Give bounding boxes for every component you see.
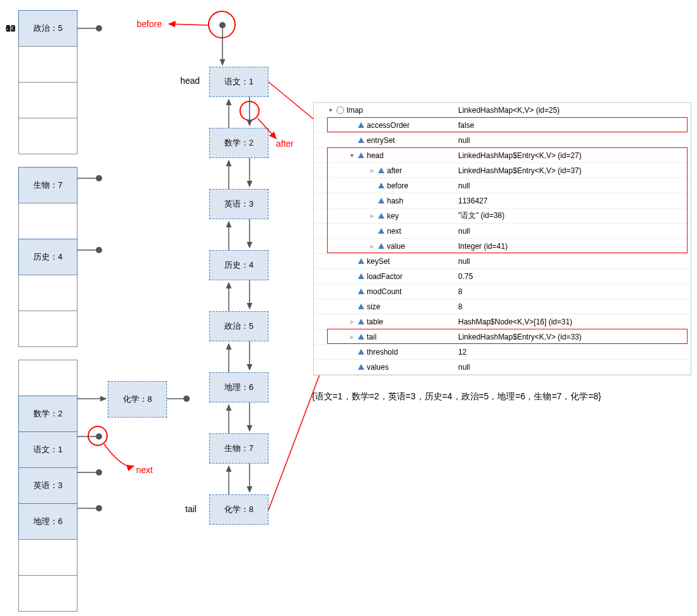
hash-slot-12: 英语：312 <box>18 467 78 504</box>
hash-slot-2 <box>18 82 78 118</box>
next-dot-chain <box>183 396 190 402</box>
inspector-row[interactable]: nextnull <box>314 224 691 239</box>
field-value: "语文" (id=38) <box>456 210 691 221</box>
field-name: keySet <box>367 257 390 266</box>
field-icon <box>358 304 364 309</box>
tail-label: tail <box>185 504 197 514</box>
hash-slot-6: 历史：46 <box>18 239 78 275</box>
next-dot-0 <box>96 25 102 31</box>
field-value: LinkedHashMap$Entry<K,V> (id=33) <box>456 333 691 341</box>
next-dot-12 <box>96 469 102 476</box>
svg-line-23 <box>169 24 208 25</box>
inspector-row[interactable]: loadFactor0.75 <box>314 269 691 284</box>
field-name: after <box>387 166 402 175</box>
linked-node-label: 地理：6 <box>224 382 253 393</box>
next-dot-11 <box>96 433 102 440</box>
inspector-row[interactable]: ▹tableHashMap$Node<K,V>[16] (id=31) <box>314 314 691 329</box>
inspector-row[interactable]: ▹valueInteger (id=41) <box>314 239 691 254</box>
head-label: head <box>180 76 200 86</box>
hash-index: 13 <box>6 23 16 33</box>
expand-arrow-icon[interactable]: ▹ <box>350 318 358 325</box>
linked-node-7: 生物：7 <box>209 433 268 464</box>
linked-node-4: 历史：4 <box>209 250 268 280</box>
linked-node-label: 语文：1 <box>224 76 253 88</box>
field-value: null <box>456 136 691 145</box>
hash-slot-9 <box>18 360 78 396</box>
inspector-row[interactable]: accessOrderfalse <box>314 118 691 133</box>
chain-node-label: 化学：8 <box>123 394 152 405</box>
inspector-row[interactable]: ▹key"语文" (id=38) <box>314 208 691 224</box>
hash-slot-6a <box>18 203 78 239</box>
hash-slot-0: 政治：50 <box>18 10 78 47</box>
chain-node-huaxue: 化学：8 <box>108 381 167 418</box>
linked-node-8: 化学：8 <box>209 494 268 525</box>
field-icon <box>358 349 364 355</box>
hash-slot-10: 数学：210 <box>18 396 78 432</box>
next-dot-5 <box>96 175 102 181</box>
expand-arrow-icon[interactable]: ▹ <box>371 242 378 249</box>
hash-slot-label: 英语：3 <box>33 480 62 491</box>
hash-slot-label: 生物：7 <box>33 180 62 191</box>
field-value: LinkedHashMap$Entry<K,V> (id=27) <box>456 151 691 160</box>
expand-arrow-icon[interactable]: ▾ <box>329 106 337 113</box>
inspector-row-root[interactable]: ▾lmap LinkedHashMap<K,V> (id=25) <box>314 103 691 118</box>
hash-slot-7 <box>18 275 78 311</box>
field-value: null <box>456 363 691 372</box>
field-value: null <box>456 181 691 190</box>
linked-node-label: 数学：2 <box>224 137 253 149</box>
linked-node-1: 语文：1 <box>209 67 268 97</box>
next-label: next <box>136 465 153 475</box>
inspector-row[interactable]: beforenull <box>314 178 691 193</box>
field-name: key <box>387 212 399 220</box>
field-name: accessOrder <box>367 121 410 130</box>
linked-node-label: 政治：5 <box>224 321 253 332</box>
field-icon <box>378 213 384 219</box>
inspector-row[interactable]: size8 <box>314 299 691 314</box>
inspector-row[interactable]: entrySetnull <box>314 133 691 148</box>
inspector-row[interactable]: ▹tailLinkedHashMap$Entry<K,V> (id=33) <box>314 329 691 345</box>
expand-arrow-icon[interactable]: ▹ <box>371 212 378 219</box>
expand-arrow-icon[interactable]: ▾ <box>350 152 358 159</box>
field-value: null <box>456 227 691 236</box>
inspector-row[interactable]: modCount8 <box>314 284 691 299</box>
inspector-row[interactable]: ▾headLinkedHashMap$Entry<K,V> (id=27) <box>314 148 691 163</box>
before-label: before <box>137 19 162 29</box>
inspector-row[interactable]: threshold12 <box>314 345 691 360</box>
field-icon <box>358 273 364 279</box>
field-name: size <box>367 302 380 311</box>
linked-node-6: 地理：6 <box>209 372 268 402</box>
inspector-row[interactable]: ▹afterLinkedHashMap$Entry<K,V> (id=37) <box>314 163 691 178</box>
linked-node-5: 政治：5 <box>209 311 268 341</box>
hash-table: 政治：50 生物：75 历史：46 数学：210 语文：111 英语：312 地… <box>18 11 78 612</box>
hash-slot-3 <box>18 118 78 154</box>
linked-node-label: 化学：8 <box>224 504 253 515</box>
inspector-row[interactable]: valuesnull <box>314 360 691 375</box>
field-icon <box>378 228 384 234</box>
field-name: lmap <box>347 106 363 115</box>
field-name: hash <box>387 197 403 205</box>
field-name: threshold <box>367 348 398 356</box>
expand-arrow-icon[interactable]: ▹ <box>350 333 358 340</box>
field-icon <box>358 152 364 158</box>
field-name: tail <box>367 333 376 341</box>
inspector-row[interactable]: keySetnull <box>314 254 691 269</box>
field-name: entrySet <box>367 136 395 145</box>
field-value: LinkedHashMap<K,V> (id=25) <box>456 106 691 115</box>
linked-node-3: 英语：3 <box>209 189 268 219</box>
clock-icon <box>337 106 344 114</box>
field-icon <box>358 364 364 370</box>
after-label: after <box>276 139 294 149</box>
field-name: next <box>387 227 401 236</box>
hash-slot-14 <box>18 539 78 576</box>
field-name: loadFactor <box>367 272 403 281</box>
hash-slot-13: 地理：613 <box>18 503 78 540</box>
expand-arrow-icon[interactable]: ▹ <box>371 167 378 174</box>
linked-node-label: 生物：7 <box>224 443 253 454</box>
hash-slot-1 <box>18 46 78 83</box>
hash-slot-label: 数学：2 <box>33 408 62 419</box>
hash-slot-label: 地理：6 <box>33 516 62 527</box>
hash-slot-8 <box>18 311 78 347</box>
inspector-row[interactable]: hash1136427 <box>314 193 691 208</box>
field-value: Integer (id=41) <box>456 242 691 251</box>
field-value: false <box>456 121 691 130</box>
